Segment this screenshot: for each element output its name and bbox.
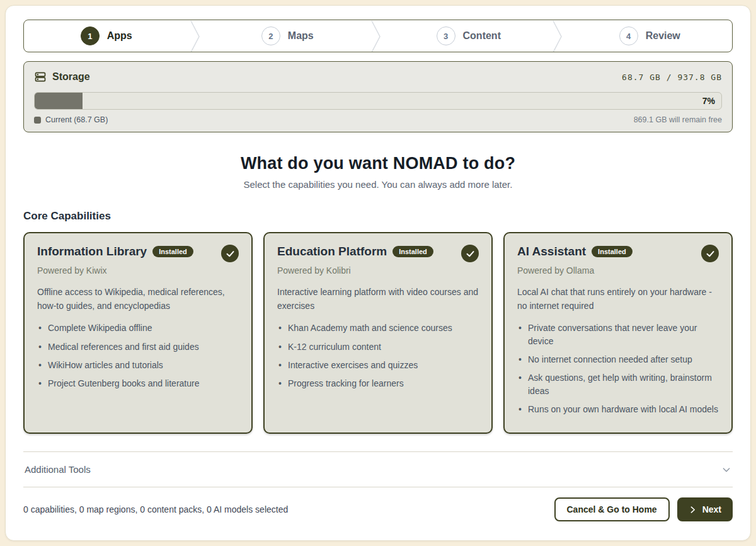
card-title: Information Library — [37, 245, 147, 258]
step-number-badge: 2 — [261, 26, 280, 45]
step-label: Apps — [107, 30, 132, 42]
legend-swatch-icon — [34, 117, 41, 124]
capability-cards: Information Library Installed Powered by… — [23, 232, 733, 434]
powered-by-label: Powered by Ollama — [517, 265, 719, 276]
card-description: Offline access to Wikipedia, medical ref… — [37, 286, 239, 313]
selected-check-icon — [701, 245, 719, 262]
step-apps[interactable]: 1 Apps — [24, 20, 189, 52]
storage-percent-label: 7% — [702, 96, 715, 106]
cancel-button[interactable]: Cancel & Go to Home — [554, 497, 670, 521]
storage-title: Storage — [34, 71, 90, 83]
storage-progress-bar: 7% — [34, 92, 722, 110]
feature-item: No internet connection needed after setu… — [517, 353, 719, 366]
step-label: Maps — [288, 30, 314, 42]
storage-title-label: Storage — [52, 71, 90, 83]
page-subtitle: Select the capabilities you need. You ca… — [23, 179, 733, 190]
feature-item: Private conversations that never leave y… — [517, 322, 719, 347]
powered-by-label: Powered by Kolibri — [277, 265, 479, 276]
wizard-footer: 0 capabilities, 0 map regions, 0 content… — [23, 487, 733, 521]
storage-drive-icon — [34, 71, 47, 83]
step-content[interactable]: 3 Content — [386, 20, 551, 52]
wizard-stepper: 1 Apps 2 Maps 3 Content 4 Review — [23, 20, 733, 52]
additional-tools-label: Additional Tools — [25, 464, 91, 475]
feature-item: Progress tracking for learners — [277, 377, 479, 390]
feature-list: Khan Academy math and science coursesK-1… — [277, 322, 479, 390]
selection-summary: 0 capabilities, 0 map regions, 0 content… — [23, 504, 288, 514]
chevron-right-icon — [689, 506, 697, 514]
feature-item: Project Gutenberg books and literature — [37, 377, 239, 390]
card-description: Local AI chat that runs entirely on your… — [517, 286, 719, 313]
feature-item: Runs on your own hardware with local AI … — [517, 403, 719, 415]
step-label: Review — [646, 30, 680, 42]
installed-badge: Installed — [592, 246, 633, 257]
step-review[interactable]: 4 Review — [568, 20, 733, 52]
card-title: AI Assistant — [517, 245, 586, 258]
feature-item: Complete Wikipedia offline — [37, 322, 239, 334]
step-separator-chevron-icon — [189, 20, 205, 52]
storage-legend-current: Current (68.7 GB) — [34, 115, 108, 124]
feature-item: WikiHow articles and tutorials — [37, 359, 239, 371]
step-separator-chevron-icon — [551, 20, 568, 52]
card-description: Interactive learning platform with video… — [277, 286, 479, 313]
selected-check-icon — [221, 245, 239, 262]
powered-by-label: Powered by Kiwix — [37, 265, 239, 276]
capability-card-information-library[interactable]: Information Library Installed Powered by… — [23, 232, 253, 434]
next-button[interactable]: Next — [677, 497, 733, 521]
step-number-badge: 3 — [437, 26, 455, 45]
core-capabilities-heading: Core Capabilities — [23, 210, 733, 223]
selected-check-icon — [461, 245, 479, 262]
feature-list: Complete Wikipedia offlineMedical refere… — [37, 322, 239, 390]
installed-badge: Installed — [152, 246, 193, 257]
capability-card-education-platform[interactable]: Education Platform Installed Powered by … — [263, 232, 493, 434]
storage-usage-text: 68.7 GB / 937.8 GB — [622, 73, 722, 82]
hero-section: What do you want NOMAD to do? Select the… — [23, 154, 733, 190]
next-button-label: Next — [702, 504, 721, 514]
feature-item: K-12 curriculum content — [277, 340, 479, 353]
chevron-down-icon — [721, 465, 731, 475]
step-number-badge: 1 — [81, 26, 100, 45]
main-container: 1 Apps 2 Maps 3 Content 4 Review — [5, 5, 751, 541]
step-label: Content — [463, 30, 501, 42]
feature-item: Medical references and first aid guides — [37, 340, 239, 353]
installed-badge: Installed — [392, 246, 433, 257]
feature-item: Ask questions, get help with writing, br… — [517, 371, 719, 397]
card-title: Education Platform — [277, 245, 387, 258]
additional-tools-toggle[interactable]: Additional Tools — [23, 452, 733, 487]
storage-progress-fill — [35, 93, 83, 109]
step-maps[interactable]: 2 Maps — [205, 20, 370, 52]
feature-item: Interactive exercises and quizzes — [277, 359, 479, 371]
feature-item: Khan Academy math and science courses — [277, 322, 479, 334]
legend-current-label: Current (68.7 GB) — [45, 115, 108, 124]
storage-panel: Storage 68.7 GB / 937.8 GB 7% Current (6… — [23, 61, 733, 132]
storage-remaining-label: 869.1 GB will remain free — [634, 115, 722, 124]
capability-card-ai-assistant[interactable]: AI Assistant Installed Powered by Ollama… — [503, 232, 733, 434]
step-separator-chevron-icon — [370, 20, 386, 52]
feature-list: Private conversations that never leave y… — [517, 322, 719, 415]
step-number-badge: 4 — [619, 26, 638, 45]
page-title: What do you want NOMAD to do? — [23, 154, 733, 173]
